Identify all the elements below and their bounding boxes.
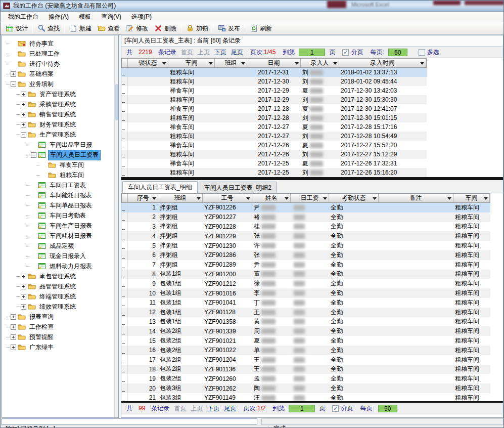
column-header[interactable]: 考勤状态: [329, 194, 379, 202]
tree-item[interactable]: +销售管理系统: [2, 109, 114, 119]
tree-item[interactable]: 车间日考勤表: [2, 210, 114, 221]
expand-plus-icon[interactable]: +: [21, 284, 26, 289]
multi-select-checkbox[interactable]: ✓: [419, 49, 425, 56]
table-row[interactable]: 2拌粥组YZF901227褚全勤粗粮车间: [121, 212, 490, 222]
toolbar-button-modify[interactable]: 修改: [123, 23, 151, 34]
tree-item[interactable]: 现金日报录入: [2, 251, 114, 261]
table-row[interactable]: 1拌粥组YZF901226尹全勤粗粮车间: [121, 203, 490, 212]
goto-page-input[interactable]: 1: [289, 405, 315, 412]
column-header[interactable]: 锁状态: [128, 59, 168, 67]
menu-item[interactable]: 我的工作台: [4, 12, 43, 22]
column-header[interactable]: 录入时间: [339, 59, 426, 67]
table-row[interactable]: 禅食车间2017-12-27夏2017-12-28 15:17:16: [121, 122, 427, 132]
expand-plus-icon[interactable]: +: [11, 71, 16, 77]
tree-item[interactable]: +终端管理系统: [2, 291, 114, 302]
expand-plus-icon[interactable]: +: [21, 274, 26, 279]
tree-item[interactable]: 待办事宜: [2, 38, 114, 49]
tree-item[interactable]: +报表查询: [2, 312, 114, 322]
table-row[interactable]: 8包装1组YZF901200董全勤粗粮车间: [121, 270, 490, 279]
tree-item[interactable]: +基础档案: [2, 69, 114, 79]
tree-item[interactable]: 燃料动力月报表: [2, 261, 114, 271]
table-row[interactable]: 5拌粥组YZF901230许全勤粗粮车间: [121, 241, 490, 250]
menu-item[interactable]: 查询(V): [97, 12, 126, 22]
tab-active[interactable]: 车间人员日工资表_明细: [122, 181, 198, 193]
tree-item[interactable]: 车间出品率日报: [2, 140, 114, 150]
tree-item[interactable]: +财务管理系统: [2, 119, 114, 130]
tree-item[interactable]: 车间单品日报表: [2, 200, 114, 210]
sidebar-scrollbar[interactable]: [114, 35, 118, 417]
pager-link[interactable]: 尾页: [231, 48, 243, 57]
filter-dropdown-icon[interactable]: [420, 62, 424, 65]
filter-dropdown-icon[interactable]: [241, 62, 245, 65]
table-row[interactable]: 12包装1组YZF901128王全勤粗粮车间: [121, 308, 490, 317]
perpage-input[interactable]: 50: [378, 405, 397, 412]
filter-dropdown-icon[interactable]: [246, 197, 250, 200]
column-header[interactable]: 录入人: [301, 59, 339, 67]
table-row[interactable]: 16包装2组YZF901022单全勤粗粮车间: [121, 346, 490, 355]
table-row[interactable]: 20包装3组YZF901262陶全勤粗粮车间: [121, 383, 490, 393]
tree-item[interactable]: +承包管理系统: [2, 271, 114, 281]
table-row[interactable]: 9包装1组YZF901212徐全勤粗粮车间: [121, 279, 490, 288]
column-header[interactable]: 车间: [453, 194, 490, 202]
column-header[interactable]: 工号: [203, 194, 252, 202]
column-header[interactable]: 备注: [379, 194, 453, 202]
goto-page-input[interactable]: 1: [299, 49, 325, 56]
table-row[interactable]: 粗粮车间2017-12-25刘2017-12-26 15:16:20: [121, 168, 427, 177]
collapse-minus-icon[interactable]: −: [11, 81, 16, 87]
filter-dropdown-icon[interactable]: [373, 197, 377, 200]
tab-inactive[interactable]: 车间人员日工资表_明细2: [199, 182, 277, 193]
expand-plus-icon[interactable]: +: [11, 314, 16, 320]
expand-plus-icon[interactable]: +: [11, 334, 16, 340]
table-row[interactable]: 粗粮车间2017-12-26刘2017-12-27 15:12:29: [121, 150, 427, 159]
filter-dropdown-icon[interactable]: [197, 197, 201, 200]
menu-item[interactable]: 操作(A): [44, 12, 73, 22]
tree-item[interactable]: 车间日工资表: [2, 180, 114, 190]
toolbar-button-view[interactable]: 查看: [95, 23, 123, 34]
table-row[interactable]: 4拌粥组YZF901229张全勤粗粮车间: [121, 231, 490, 241]
filter-dropdown-icon[interactable]: [484, 197, 488, 200]
table-row[interactable]: 粗粮车间2017-12-29刘2017-12-30 15:30:30: [121, 95, 427, 104]
filter-dropdown-icon[interactable]: [209, 62, 213, 65]
table-row[interactable]: 10包装1组YZF901016李全勤粗粮车间: [121, 288, 490, 298]
tree-item[interactable]: −车间人员日工资表: [2, 150, 114, 160]
tree-item[interactable]: +工作检查: [2, 322, 114, 332]
table-row[interactable]: 17包装2组YZF901204王全勤粗粮车间: [121, 355, 490, 365]
tree-item[interactable]: 已处理工作: [2, 49, 114, 59]
tree-item[interactable]: 车间能耗日报表: [2, 190, 114, 200]
table-row[interactable]: 3拌粥组YZF901228桂全勤粗粮车间: [121, 222, 490, 232]
toolbar-button-design[interactable]: 设计: [3, 23, 31, 34]
toolbar-button-publish[interactable]: 发布: [215, 23, 243, 34]
table-row[interactable]: 禅食车间2017-12-28夏2017-12-30 12:41:07: [121, 104, 427, 113]
tree-item[interactable]: −生产管理系统: [2, 130, 114, 140]
expand-plus-icon[interactable]: +: [21, 294, 26, 299]
filter-dropdown-icon[interactable]: [295, 62, 299, 65]
tree-item[interactable]: +绩效管理系统: [2, 302, 114, 312]
collapse-minus-icon[interactable]: −: [21, 132, 26, 138]
table-row[interactable]: 14包装2组YZF901339周全勤粗粮车间: [121, 326, 490, 336]
tree-item[interactable]: +预警提醒: [2, 332, 114, 342]
column-header[interactable]: 姓名: [252, 194, 291, 202]
column-header[interactable]: 班组: [215, 59, 247, 67]
table-row[interactable]: 禅食车间2017-12-26夏2017-12-27 15:52:20: [121, 141, 427, 150]
collapse-minus-icon[interactable]: −: [31, 152, 36, 158]
table-row[interactable]: 18包装2组YZF901136王全勤粗粮车间: [121, 365, 490, 374]
expand-plus-icon[interactable]: +: [21, 112, 26, 117]
pager-link[interactable]: 尾页: [224, 404, 236, 413]
scrollbar-thumb[interactable]: [115, 84, 118, 120]
column-header[interactable]: 序号: [128, 194, 158, 202]
pager-link[interactable]: 下页: [214, 48, 226, 57]
table-row[interactable]: 禅食车间2017-12-29夏2017-12-30 13:42:03: [121, 86, 427, 95]
tree-item[interactable]: 车间耗材日报表: [2, 231, 114, 241]
table-row[interactable]: 13包装1组YZF901358黄全勤粗粮车间: [121, 317, 490, 327]
expand-plus-icon[interactable]: +: [21, 304, 26, 310]
paging-checkbox[interactable]: ✓: [342, 49, 349, 56]
tree-item[interactable]: +广东绿丰: [2, 342, 114, 352]
menu-item[interactable]: 模板: [74, 12, 96, 22]
paging-checkbox[interactable]: ✓: [332, 405, 339, 412]
filter-dropdown-icon[interactable]: [285, 197, 289, 200]
column-header[interactable]: 车间: [168, 59, 215, 67]
table-row[interactable]: 6拌粥组YZF901286张全勤粗粮车间: [121, 250, 490, 260]
tree-item[interactable]: +品管管理系统: [2, 281, 114, 291]
table-row[interactable]: 21包装3组YZF901149汪全勤粗粮车间: [121, 393, 490, 401]
column-header[interactable]: 日工资: [291, 194, 329, 202]
